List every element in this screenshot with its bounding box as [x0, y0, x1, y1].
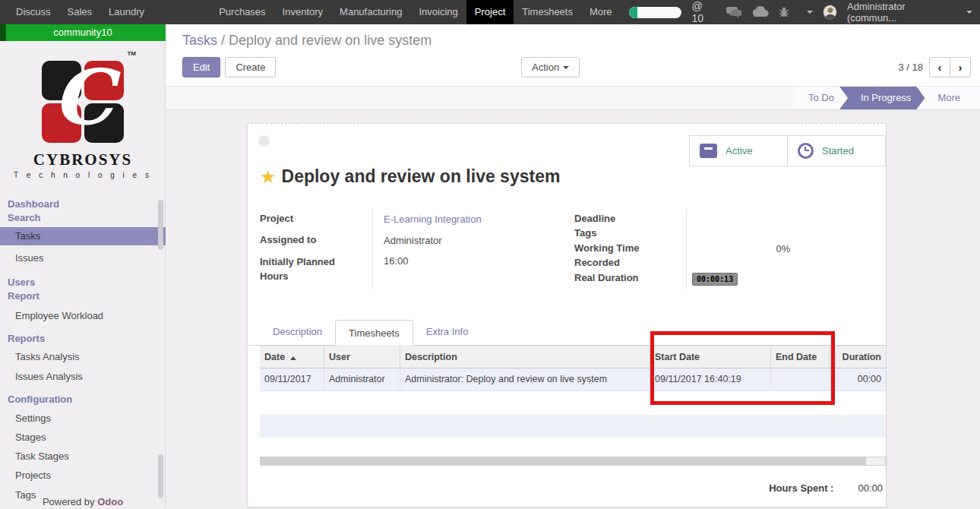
task-title: Deploy and review on live system — [282, 166, 561, 187]
user-avatar[interactable] — [823, 5, 837, 20]
action-label: Action — [532, 62, 559, 73]
logo-brand-text: CYBROSYS — [0, 150, 166, 169]
timer-progress-fill — [629, 7, 637, 18]
messages-icon[interactable] — [726, 5, 742, 19]
sidebar-item-stages[interactable]: Stages — [0, 431, 166, 444]
active-stat-button[interactable]: Active — [689, 135, 788, 166]
nav-laundry-management[interactable]: Laundry Management — [100, 0, 210, 24]
cell-user: Administrator — [324, 368, 400, 390]
mention-counter[interactable]: @ 10 — [691, 0, 716, 24]
column-header-end-date[interactable]: End Date — [771, 346, 830, 368]
stage-step-more[interactable]: More — [916, 87, 980, 109]
assigned-to-field-value: Administrator — [384, 235, 442, 246]
company-logo: C TM CYBROSYS T e c h n o l o g i e s — [0, 55, 166, 179]
sidebar-item-tasks[interactable]: Tasks — [0, 227, 166, 245]
action-dropdown-button[interactable]: Action — [521, 57, 580, 77]
clock-icon — [798, 143, 814, 159]
odoo-brand-link[interactable]: Odoo — [97, 496, 123, 507]
horizontal-scrollbar[interactable] — [260, 457, 886, 466]
powered-by: Powered by Odoo — [0, 496, 166, 507]
sidebar-item-settings[interactable]: Settings — [0, 412, 166, 425]
sidebar-heading-dashboard[interactable]: Dashboard — [0, 198, 166, 211]
record-pager: 3 / 18 ‹ › — [898, 57, 971, 77]
debug-caret-icon[interactable] — [807, 11, 813, 14]
planned-hours-field-value: 16:00 — [384, 255, 409, 267]
sidebar-item-tasks-analysis[interactable]: Tasks Analysis — [0, 350, 166, 364]
cell-duration: 00:00 — [830, 368, 886, 390]
pager-next-button[interactable]: › — [950, 57, 971, 77]
stat-buttons: Active Started — [689, 135, 886, 166]
debug-bug-icon[interactable] — [778, 5, 793, 19]
nav-more[interactable]: More — [581, 0, 629, 24]
content-header: Tasks / Deploy and review on live system… — [166, 24, 980, 86]
breadcrumb-separator: / — [221, 33, 225, 48]
sidebar-heading-report[interactable]: Report — [0, 289, 166, 303]
sidebar-heading-reports[interactable]: Reports — [0, 332, 166, 346]
pager-counter: 3 / 18 — [898, 62, 923, 73]
sidebar-scrollbar-thumb[interactable] — [158, 200, 163, 250]
table-row[interactable]: 09/11/2017 Administrator Administrator: … — [260, 368, 886, 391]
notebook-tabs: Description Timesheets Extra Info — [248, 319, 887, 346]
statusbar: To Do In Progress More — [166, 86, 980, 110]
stage-step-in-progress[interactable]: In Progress — [839, 87, 925, 109]
nav-invoicing[interactable]: Invoicing — [410, 0, 466, 24]
sidebar-scrollbar-thumb[interactable] — [158, 454, 163, 498]
column-header-date[interactable]: Date — [260, 346, 324, 368]
cell-start-date: 09/11/2017 16:40:19 — [650, 368, 771, 390]
nav-discuss[interactable]: Discuss — [8, 0, 59, 24]
edit-button[interactable]: Edit — [182, 57, 220, 77]
top-navbar: Discuss Sales Laundry Management Purchas… — [0, 0, 980, 24]
project-field-label: Project — [260, 213, 366, 224]
nav-timesheets[interactable]: Timesheets — [514, 0, 581, 24]
empty-stripe-row — [260, 415, 886, 438]
archive-box-icon — [700, 144, 717, 158]
nav-manufacturing[interactable]: Manufacturing — [331, 0, 410, 24]
pager-previous-button[interactable]: ‹ — [929, 57, 950, 77]
started-stat-button[interactable]: Started — [787, 135, 886, 166]
form-sheet: Active Started ★ Deploy and review on li… — [247, 123, 887, 507]
cloud-icon[interactable] — [752, 5, 768, 19]
sidebar-heading-configuration[interactable]: Configuration — [0, 393, 166, 406]
sidebar-item-task-stages[interactable]: Task Stages — [0, 450, 166, 463]
date-header-label: Date — [264, 352, 285, 362]
tab-description[interactable]: Description — [260, 319, 335, 345]
kanban-state-dot[interactable] — [258, 135, 270, 147]
column-header-user[interactable]: User — [324, 346, 400, 368]
sidebar-item-issues[interactable]: Issues — [0, 251, 166, 265]
stage-step-todo[interactable]: To Do — [793, 87, 848, 109]
chevron-down-icon — [563, 66, 569, 69]
horizontal-scrollbar-thumb[interactable] — [261, 457, 866, 465]
breadcrumb-tasks-link[interactable]: Tasks — [182, 33, 217, 48]
column-header-description[interactable]: Description — [400, 346, 650, 368]
started-label: Started — [822, 145, 854, 156]
sidebar-item-employee-workload[interactable]: Employee Workload — [0, 309, 166, 323]
create-button[interactable]: Create — [225, 57, 276, 77]
nav-project[interactable]: Project — [466, 0, 514, 24]
sort-ascending-icon — [290, 356, 296, 360]
sidebar-heading-users[interactable]: Users — [0, 276, 166, 289]
nav-more-label: More — [590, 6, 612, 17]
logo-subtitle-text: T e c h n o l o g i e s — [0, 171, 166, 179]
sidebar-item-issues-analysis[interactable]: Issues Analysis — [0, 370, 166, 384]
column-header-start-date[interactable]: Start Date — [650, 346, 771, 368]
nav-inventory[interactable]: Inventory — [274, 0, 331, 24]
column-header-duration[interactable]: Duration — [830, 346, 886, 368]
systray: @ 10 Administrator (commun... — [629, 0, 980, 24]
sidebar-item-projects[interactable]: Projects — [0, 469, 166, 482]
sidebar-heading-search[interactable]: Search — [0, 211, 166, 225]
priority-star-icon[interactable]: ★ — [260, 168, 277, 186]
timesheet-timer-bar[interactable] — [629, 7, 681, 18]
tab-timesheets[interactable]: Timesheets — [335, 320, 413, 346]
left-sidebar: community10 C TM CYBROSYS T e c h n o l … — [0, 24, 166, 509]
cell-end-date — [771, 368, 830, 390]
user-menu[interactable]: Administrator (commun... — [847, 1, 953, 24]
project-field-value[interactable]: E-Learning Integration — [384, 213, 482, 225]
nav-purchases[interactable]: Purchases — [210, 0, 273, 24]
logo-trademark: TM — [127, 50, 136, 57]
tab-extra-info[interactable]: Extra Info — [413, 319, 482, 345]
nav-sales[interactable]: Sales — [59, 0, 101, 24]
table-footer: Hours Spent : 00:00 — [769, 482, 883, 494]
logo-mark: C TM — [42, 61, 124, 143]
tags-field-label: Tags — [574, 227, 673, 239]
sidebar-menu: Dashboard Search Tasks Issues Users Repo… — [0, 198, 166, 502]
